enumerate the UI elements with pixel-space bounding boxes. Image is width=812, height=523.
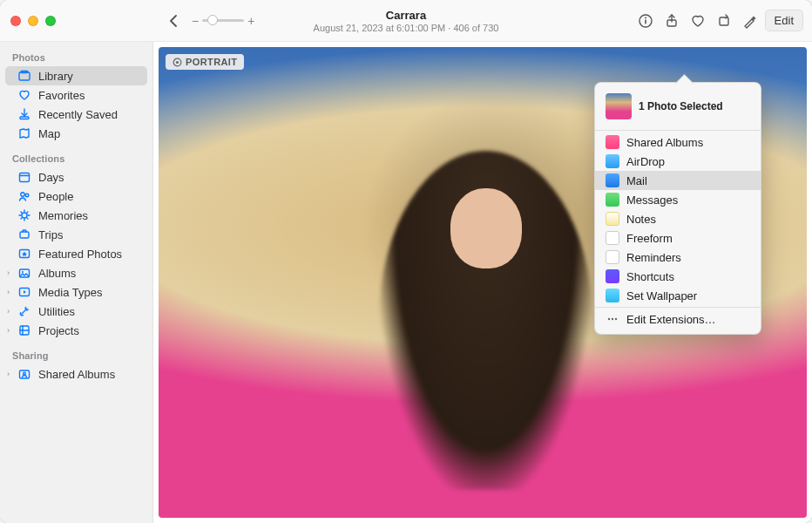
svg-point-15 <box>22 271 24 273</box>
media-icon <box>17 285 31 299</box>
svg-point-10 <box>25 194 29 197</box>
photos-window: − + Carrara August 21, 2023 at 6:01:00 P… <box>0 0 812 523</box>
sidebar-item-utilities[interactable]: ›Utilities <box>5 302 147 321</box>
sidebar-item-label: Memories <box>38 209 88 222</box>
share-item-notes[interactable]: Notes <box>595 209 761 228</box>
share-item-freeform[interactable]: Freeform <box>595 228 761 248</box>
sidebar-item-label: Media Types <box>38 286 102 299</box>
sidebar-item-map[interactable]: Map <box>5 124 147 143</box>
share-popover-header: 1 Photo Selected <box>595 88 761 128</box>
utilities-icon <box>17 304 31 318</box>
sidebar-item-albums[interactable]: ›Albums <box>5 263 147 282</box>
info-button[interactable] <box>634 10 657 32</box>
share-item-label: Shortcuts <box>626 270 674 283</box>
projects-icon <box>17 323 31 337</box>
sidebar-item-recently-saved[interactable]: Recently Saved <box>5 105 147 124</box>
notes-icon <box>606 212 619 226</box>
svg-rect-4 <box>720 17 728 25</box>
chevron-right-icon: › <box>7 268 10 277</box>
memories-icon <box>17 208 31 222</box>
window-controls <box>0 16 153 26</box>
title-center: Carrara August 21, 2023 at 6:01:00 PM · … <box>314 9 499 33</box>
favorite-button[interactable] <box>687 10 709 32</box>
sidebar-item-memories[interactable]: Memories <box>5 206 147 225</box>
sidebar-item-library[interactable]: Library <box>5 66 147 85</box>
sidebar: PhotosLibraryFavoritesRecently SavedMapC… <box>0 42 153 523</box>
chevron-right-icon: › <box>7 288 10 296</box>
body: PhotosLibraryFavoritesRecently SavedMapC… <box>0 42 812 523</box>
zoom-track[interactable] <box>202 19 244 22</box>
share-item-label: Messages <box>626 194 678 207</box>
separator <box>595 130 761 131</box>
sidebar-item-label: Utilities <box>38 305 75 318</box>
chevron-right-icon: › <box>7 370 10 378</box>
map-icon <box>17 126 31 140</box>
sidebar-item-label: Trips <box>38 228 63 241</box>
sidebar-item-label: Library <box>38 70 73 83</box>
share-button[interactable] <box>660 10 683 32</box>
close-button[interactable] <box>10 16 21 26</box>
sidebar-item-media-types[interactable]: ›Media Types <box>5 282 147 302</box>
edit-button[interactable]: Edit <box>765 10 803 31</box>
zoom-thumb[interactable] <box>207 15 218 25</box>
freeform-icon <box>606 231 619 245</box>
heart-icon <box>17 88 31 102</box>
zoom-slider[interactable]: − + <box>192 14 254 28</box>
svg-point-24 <box>615 318 617 320</box>
share-item-shared[interactable]: Shared Albums <box>595 132 761 152</box>
share-item-messages[interactable]: Messages <box>595 190 761 209</box>
share-item-label: Edit Extensions… <box>626 313 716 326</box>
titlebar: − + Carrara August 21, 2023 at 6:01:00 P… <box>0 0 812 42</box>
sidebar-item-label: Projects <box>38 324 79 337</box>
zoom-in-icon: + <box>247 14 254 28</box>
svg-point-22 <box>608 318 610 320</box>
reminders-icon <box>606 250 619 264</box>
sidebar-item-projects[interactable]: ›Projects <box>5 321 147 340</box>
portrait-label: PORTRAIT <box>186 57 237 67</box>
share-edit-extensions[interactable]: Edit Extensions… <box>595 309 761 329</box>
sidebar-item-days[interactable]: Days <box>5 167 147 187</box>
sidebar-item-favorites[interactable]: Favorites <box>5 85 147 105</box>
share-item-reminders[interactable]: Reminders <box>595 248 761 267</box>
sidebar-item-label: Shared Albums <box>38 368 115 381</box>
share-item-airdrop[interactable]: AirDrop <box>595 152 761 171</box>
enhance-button[interactable] <box>739 10 761 32</box>
sidebar-item-shared-albums[interactable]: ›Shared Albums <box>5 364 147 384</box>
svg-point-23 <box>612 318 613 320</box>
sidebar-item-trips[interactable]: Trips <box>5 225 147 244</box>
svg-point-19 <box>24 372 26 375</box>
share-item-label: Shared Albums <box>626 136 703 149</box>
back-button[interactable] <box>162 10 185 32</box>
svg-rect-2 <box>645 19 646 24</box>
share-item-label: Notes <box>626 213 656 226</box>
share-item-label: Set Wallpaper <box>626 289 697 302</box>
airdrop-icon <box>606 154 619 168</box>
photo-content <box>450 188 522 268</box>
toolbar-right: Edit <box>634 10 812 32</box>
fullscreen-button[interactable] <box>45 16 56 26</box>
share-item-wallpaper[interactable]: Set Wallpaper <box>595 286 761 305</box>
content-area: PORTRAIT 1 Photo Selected Shared AlbumsA… <box>153 42 812 523</box>
share-item-label: Mail <box>626 174 647 187</box>
rotate-button[interactable] <box>713 10 735 32</box>
featured-icon <box>17 247 31 261</box>
minimize-button[interactable] <box>28 16 38 26</box>
svg-rect-8 <box>20 173 30 182</box>
albums-icon <box>17 266 31 280</box>
mail-icon <box>606 173 619 187</box>
sidebar-item-label: Recently Saved <box>38 108 118 121</box>
portrait-badge: PORTRAIT <box>166 54 244 70</box>
download-icon <box>17 107 31 121</box>
sidebar-item-people[interactable]: People <box>5 187 147 206</box>
svg-point-21 <box>176 60 179 63</box>
library-icon <box>17 69 31 83</box>
share-popover: 1 Photo Selected Shared AlbumsAirDropMai… <box>594 82 761 335</box>
separator <box>595 307 761 308</box>
share-item-mail[interactable]: Mail <box>595 171 761 190</box>
share-item-label: AirDrop <box>626 155 665 168</box>
shared-icon <box>606 135 619 149</box>
svg-point-11 <box>22 213 27 218</box>
share-item-shortcuts[interactable]: Shortcuts <box>595 267 761 286</box>
sidebar-item-featured-photos[interactable]: Featured Photos <box>5 244 147 263</box>
zoom-out-icon: − <box>192 14 199 28</box>
